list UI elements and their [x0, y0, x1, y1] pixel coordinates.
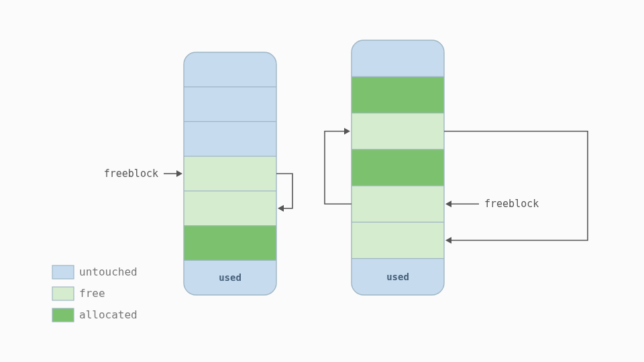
legend-label: untouched — [79, 265, 138, 278]
arrow-head-icon — [445, 237, 451, 244]
legend-label: free — [79, 287, 105, 300]
cell-label: used — [386, 272, 409, 282]
cell-allocated — [352, 149, 444, 186]
cell-free — [184, 191, 276, 226]
arrow-head-icon — [344, 128, 350, 135]
cell-label: used — [219, 272, 241, 283]
cell-allocated — [184, 226, 276, 261]
legend-swatch-allocated — [52, 308, 74, 322]
freeblock-link — [325, 131, 352, 204]
legend-swatch-untouched — [52, 265, 74, 279]
cell-untouched — [352, 40, 444, 77]
cell-untouched — [184, 121, 276, 156]
freeblock-label: freeblock — [104, 168, 158, 180]
legend-label: allocated — [79, 308, 138, 321]
cell-free — [352, 186, 444, 223]
arrow-head-icon — [445, 200, 451, 207]
diagram-canvas: usedfreeblockusedfreeblockuntouchedfreea… — [0, 0, 644, 362]
arrow-head-icon — [176, 170, 182, 177]
arrow-head-icon — [278, 205, 284, 212]
freeblock-label: freeblock — [484, 198, 539, 210]
cell-free — [352, 222, 444, 259]
cell-untouched — [184, 52, 276, 87]
cell-allocated — [352, 76, 444, 113]
cell-free — [352, 113, 444, 150]
freeblock-link — [444, 131, 588, 241]
cell-free — [184, 156, 276, 191]
cell-untouched — [184, 87, 276, 122]
memory-pool-1: used — [352, 40, 444, 296]
legend: untouchedfreeallocated — [52, 265, 138, 322]
freeblock-link — [276, 174, 292, 208]
legend-swatch-free — [52, 287, 74, 300]
memory-pool-0: used — [184, 52, 276, 296]
